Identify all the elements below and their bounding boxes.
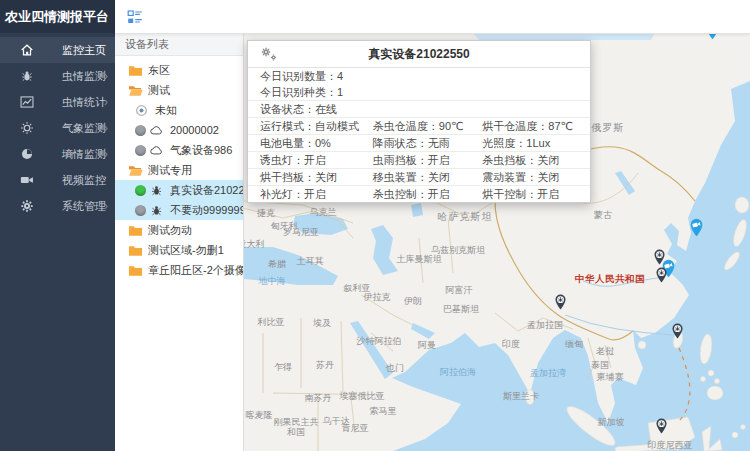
popup-grid-row: 烘干挡板：关闭移虫装置：关闭震动装置：关闭	[248, 168, 590, 185]
sidebar-menu: 监控主页虫情监测›虫情统计›气象监测›墒情监测›视频监控系统管理›	[0, 37, 115, 219]
tree-device[interactable]: 真实设备21022550	[115, 180, 243, 200]
country-label: 索马里	[370, 405, 397, 418]
popup-field: 光照度：1Lux	[470, 135, 590, 151]
sidebar-item-label: 气象监测	[62, 115, 106, 141]
tree-folder[interactable]: 测试	[115, 80, 243, 100]
sidebar-item-video-monitor[interactable]: 视频监控	[0, 167, 115, 193]
country-label: 孟加拉国	[527, 319, 563, 332]
country-label: 伊拉克	[364, 291, 391, 304]
device-list-panel: 设备列表 东区测试未知20000002气象设备986测试专用真实设备210225…	[115, 33, 244, 451]
chevron-right-icon: ›	[104, 63, 108, 89]
popup-field: 震动装置：关闭	[470, 169, 590, 185]
insect-device-marker[interactable]	[655, 418, 668, 434]
chevron-right-icon: ›	[104, 89, 108, 115]
country-label: 蒙古	[594, 209, 612, 222]
country-label: 俄罗斯	[592, 121, 625, 135]
tree-folder[interactable]: 章丘阳丘区-2个摄像头	[115, 260, 243, 280]
insect-device-marker[interactable]	[554, 294, 567, 310]
tree-folder[interactable]: 东区	[115, 60, 243, 80]
sidebar-item-insect-monitor[interactable]: 虫情监测›	[0, 63, 115, 89]
tree-device[interactable]: 未知	[115, 100, 243, 120]
sea-label: 阿拉伯海	[440, 366, 476, 379]
popup-field: 烘干仓温度：87℃	[470, 118, 590, 134]
sidebar-item-system-manage[interactable]: 系统管理›	[0, 193, 115, 219]
sea-label: 地中海	[259, 275, 286, 288]
chevron-right-icon: ›	[104, 193, 108, 219]
sidebar-item-home[interactable]: 监控主页	[0, 37, 115, 63]
tree-node-label: 气象设备986	[170, 140, 232, 160]
sidebar: 农业四情测报平台 监控主页虫情监测›虫情统计›气象监测›墒情监测›视频监控系统管…	[0, 0, 115, 451]
country-label: 利比亚	[258, 316, 285, 329]
chevron-right-icon: ›	[104, 141, 108, 167]
tree-node-label: 测试区域-勿删1	[148, 240, 224, 260]
country-label: 新加坡	[598, 416, 625, 429]
country-label: 缅甸	[565, 338, 583, 351]
folder-open-icon	[128, 164, 143, 177]
tree-node-label: 测试专用	[148, 160, 192, 180]
country-label: 印度	[502, 338, 520, 351]
country-label: 土库曼斯坦	[397, 253, 442, 266]
popup-field: 杀虫挡板：关闭	[470, 152, 590, 168]
insect-device-marker[interactable]	[655, 267, 668, 283]
folder-icon	[128, 264, 143, 277]
video-icon	[20, 173, 34, 187]
insect-device-marker[interactable]	[671, 323, 684, 339]
tree-folder[interactable]: 测试区域-勿删1	[115, 240, 243, 260]
device-tree: 东区测试未知20000002气象设备986测试专用真实设备21022550不要动…	[115, 56, 243, 280]
video-device-marker[interactable]	[705, 33, 720, 40]
tree-device[interactable]: 气象设备986	[115, 140, 243, 160]
sea-label: 孟加拉湾	[530, 367, 566, 380]
status-dot-gray	[135, 125, 146, 136]
sidebar-item-soil-monitor[interactable]: 墒情监测›	[0, 141, 115, 167]
country-label: 肯尼亚	[342, 422, 369, 435]
cogs-icon	[260, 46, 278, 62]
sidebar-item-label: 系统管理	[62, 193, 106, 219]
popup-grid-row: 诱虫灯：开启虫雨挡板：开启杀虫挡板：关闭	[248, 151, 590, 168]
device-status-row: 设备状态：在线	[248, 100, 590, 117]
folder-icon	[128, 244, 143, 257]
bug-icon	[150, 184, 165, 197]
top-toolbar	[115, 0, 750, 34]
popup-field: 虫雨挡板：开启	[361, 152, 470, 168]
sidebar-item-label: 监控主页	[62, 37, 106, 63]
china-label: 中华人民共和国	[575, 273, 645, 286]
video-device-marker[interactable]	[689, 218, 704, 237]
popup-summary-row: 今日识别数量：4	[248, 68, 590, 84]
sidebar-item-insect-stats[interactable]: 虫情统计›	[0, 89, 115, 115]
tree-toggle-icon[interactable]	[127, 9, 143, 25]
tree-node-label: 20000002	[170, 120, 219, 140]
country-label: 希腊	[268, 258, 286, 271]
popup-title: 真实设备21022550	[248, 41, 590, 67]
country-label: 哈萨克斯坦	[438, 210, 493, 224]
country-label: 乌克兰	[310, 206, 337, 219]
popup-field: 补光灯：开启	[248, 186, 361, 202]
popup-field: 烘干挡板：关闭	[248, 169, 361, 185]
tree-folder[interactable]: 测试勿动	[115, 220, 243, 240]
popup-grid: 运行模式：自动模式杀虫仓温度：90℃烘干仓温度：87℃电池电量：0%降雨状态：无…	[248, 117, 590, 202]
sidebar-item-label: 虫情监测	[62, 63, 106, 89]
tree-folder[interactable]: 测试专用	[115, 160, 243, 180]
country-label: 南苏丹	[305, 392, 332, 405]
tree-node-label: 章丘阳丘区-2个摄像头	[148, 260, 243, 280]
popup-field: 烘干控制：开启	[470, 186, 590, 202]
country-label: 伊朗	[404, 295, 422, 308]
popup-grid-row: 运行模式：自动模式杀虫仓温度：90℃烘干仓温度：87℃	[248, 117, 590, 134]
sidebar-item-label: 虫情统计	[62, 89, 106, 115]
sidebar-item-weather-monitor[interactable]: 气象监测›	[0, 115, 115, 141]
home-icon	[20, 43, 34, 57]
popup-grid-row: 电池电量：0%降雨状态：无雨光照度：1Lux	[248, 134, 590, 151]
country-label: 苏丹	[316, 359, 334, 372]
country-label: 土耳其	[297, 255, 324, 268]
bug-icon	[150, 204, 165, 217]
tree-device[interactable]: 20000002	[115, 120, 243, 140]
popup-grid-row: 补光灯：开启杀虫控制：开启烘干控制：开启	[248, 185, 590, 202]
chart-icon	[20, 95, 34, 109]
status-dot-green	[135, 185, 146, 196]
country-label: 喀麦隆	[246, 409, 273, 422]
target-icon	[135, 104, 150, 117]
tree-device[interactable]: 不要动99999999	[115, 200, 243, 220]
tree-node-label: 测试	[148, 80, 170, 100]
country-label: 意大利	[243, 238, 265, 251]
country-label: 巴基斯坦	[443, 303, 479, 316]
country-label: 埃及	[313, 317, 331, 330]
